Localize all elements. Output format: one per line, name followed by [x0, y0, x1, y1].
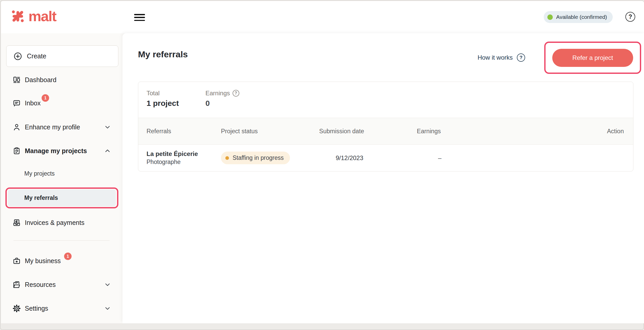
sidebar-item-label: Dashboard — [25, 76, 56, 84]
malt-flower-icon — [10, 9, 25, 24]
column-header-earnings: Earnings — [410, 128, 508, 135]
availability-badge[interactable]: Available (confirmed) — [544, 11, 613, 23]
chevron-down-icon — [104, 123, 111, 131]
question-circle-icon: ? — [517, 53, 525, 62]
table-row: La petite Épicerie Photographe Staffing … — [138, 145, 633, 171]
availability-dot-icon — [547, 14, 553, 20]
sidebar-item-settings[interactable]: Settings — [1, 302, 122, 315]
status-cell: Staffing in progress — [221, 152, 319, 164]
sidebar-item-label: Enhance my profile — [25, 123, 80, 131]
invoice-euro-icon — [12, 218, 21, 227]
submission-date-cell: 9/12/2023 — [319, 154, 410, 162]
inbox-chat-icon — [12, 99, 21, 107]
clipboard-check-icon — [12, 147, 21, 155]
referral-name: La petite Épicerie — [147, 150, 221, 158]
column-header-action: Action — [508, 128, 624, 135]
column-header-project-status: Project status — [221, 128, 319, 135]
screenshot-frame: malt Available (confirmed) ? Create Das — [0, 0, 644, 330]
gear-icon — [12, 304, 21, 313]
status-label: Staffing in progress — [233, 154, 284, 161]
status-dot-icon — [225, 156, 229, 160]
sidebar-subitem-my-projects[interactable]: My projects — [1, 167, 122, 180]
sidebar-subitem-label: My referrals — [24, 194, 58, 201]
malt-logo[interactable]: malt — [10, 9, 56, 24]
chevron-up-icon — [104, 147, 111, 154]
create-button[interactable]: Create — [6, 45, 118, 67]
status-badge: Staffing in progress — [221, 152, 290, 164]
referral-subtitle: Photographe — [147, 159, 221, 166]
refer-a-project-button[interactable]: Refer a project — [552, 49, 633, 67]
sidebar-item-label: Resources — [25, 281, 56, 288]
chevron-down-icon — [104, 281, 111, 288]
sidebar-item-dashboard[interactable]: Dashboard — [1, 73, 122, 87]
help-icon[interactable]: ? — [625, 12, 635, 22]
referrals-summary: Total 1 project Earnings ? 0 — [138, 82, 633, 118]
sidebar-divider — [13, 240, 110, 241]
chevron-down-icon — [104, 305, 111, 312]
sidebar-item-resources[interactable]: Resources — [1, 278, 122, 291]
sidebar-item-label: Invoices & payments — [25, 219, 85, 226]
inbox-count-badge: 1 — [42, 94, 49, 102]
how-it-works-link[interactable]: How it works ? — [478, 53, 525, 62]
table-header-row: Referrals Project status Submission date… — [138, 118, 633, 145]
total-label: Total — [147, 90, 205, 97]
sidebar-subitem-label: My projects — [24, 170, 55, 177]
page-title: My referrals — [138, 49, 188, 59]
sidebar-item-inbox[interactable]: Inbox 1 — [1, 96, 122, 110]
sidebar-item-label: Settings — [25, 305, 48, 312]
sidebar: Create Dashboard Inbox 1 — [1, 33, 122, 323]
availability-label: Available (confirmed) — [556, 14, 607, 20]
referral-cell: La petite Épicerie Photographe — [147, 150, 221, 166]
topbar: malt Available (confirmed) ? — [1, 1, 644, 33]
annotation-highlight-refer-button: Refer a project — [544, 42, 641, 74]
plus-circle-icon — [13, 52, 22, 61]
hamburger-menu-icon[interactable] — [134, 14, 145, 21]
column-header-submission-date: Submission date — [319, 128, 410, 135]
column-header-referrals: Referrals — [147, 128, 221, 135]
sidebar-item-invoices-payments[interactable]: Invoices & payments — [1, 216, 122, 229]
sidebar-item-label: Inbox — [25, 99, 41, 107]
person-icon — [12, 123, 21, 131]
my-business-count-badge: 1 — [64, 253, 72, 260]
summary-total: Total 1 project — [147, 90, 205, 118]
earnings-label: Earnings — [205, 90, 230, 97]
sidebar-item-label: My business — [25, 257, 61, 265]
create-label: Create — [27, 52, 46, 60]
sidebar-subitem-my-referrals-active[interactable]: My referrals — [8, 190, 116, 206]
total-value: 1 project — [147, 99, 205, 108]
briefcase-icon — [12, 257, 21, 265]
app-window: malt Available (confirmed) ? Create Das — [1, 1, 644, 323]
how-it-works-label: How it works — [478, 54, 513, 61]
brand-wordmark: malt — [28, 9, 56, 23]
earnings-help-icon[interactable]: ? — [233, 90, 239, 97]
summary-earnings: Earnings ? 0 — [205, 90, 239, 118]
earnings-value: 0 — [205, 99, 239, 108]
sidebar-item-my-business[interactable]: My business 1 — [1, 254, 122, 268]
sidebar-item-enhance-profile[interactable]: Enhance my profile — [1, 120, 122, 134]
main-content: My referrals How it works ? Refer a proj… — [122, 33, 644, 323]
referrals-card: Total 1 project Earnings ? 0 Referrals P… — [138, 82, 633, 171]
folder-resources-icon — [12, 280, 21, 289]
sidebar-item-label: Manage my projects — [25, 147, 87, 155]
dashboard-icon — [12, 76, 21, 84]
earnings-cell: – — [410, 154, 508, 162]
sidebar-item-manage-projects[interactable]: Manage my projects — [1, 144, 122, 158]
